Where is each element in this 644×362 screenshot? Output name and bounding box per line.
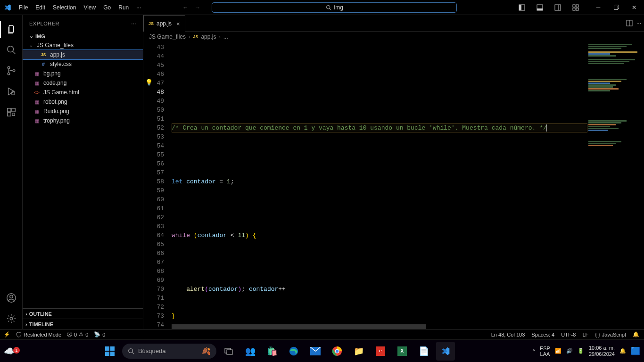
restricted-mode[interactable]: Restricted Mode — [16, 332, 61, 337]
menu-go[interactable]: Go — [99, 1, 115, 14]
file-item-bgpng[interactable]: ▦ bg.png — [23, 69, 143, 78]
svg-point-0 — [326, 5, 330, 9]
menu-edit[interactable]: Edit — [32, 1, 49, 14]
svg-rect-6 — [555, 5, 561, 10]
settings-gear-icon[interactable] — [0, 308, 23, 329]
menu-selection[interactable]: Selection — [49, 1, 80, 14]
maximize-icon[interactable] — [608, 0, 624, 15]
excel-icon[interactable]: X — [393, 342, 412, 361]
battery-icon[interactable]: 🔋 — [578, 348, 584, 354]
menu-run[interactable]: Run — [115, 1, 132, 14]
close-icon[interactable]: ✕ — [626, 0, 642, 15]
clock[interactable]: 10:06 a. m.29/06/2024 — [589, 345, 615, 357]
store-icon[interactable]: 🛍️ — [263, 342, 281, 361]
weather-widget[interactable]: ☁️ 1 — [4, 346, 23, 356]
chevron-right-icon: › — [25, 311, 27, 317]
copilot-icon[interactable]: 🟦 — [631, 346, 640, 355]
run-debug-icon[interactable] — [0, 81, 23, 102]
breadcrumb-file[interactable]: app.js — [201, 33, 216, 40]
folder-label: JS Game_files — [37, 42, 74, 49]
tab-label: app.js — [157, 20, 172, 27]
command-center-search[interactable]: img — [212, 2, 457, 13]
breadcrumb-symbol[interactable]: ... — [223, 33, 228, 40]
horizontal-scrollbar[interactable] — [172, 324, 587, 329]
layout-panel-icon[interactable] — [532, 0, 548, 15]
volume-icon[interactable]: 🔊 — [566, 348, 573, 354]
breadcrumb[interactable]: JS Game_files › JS app.js › ... — [143, 32, 644, 42]
file-item-appjs[interactable]: JS app.js — [23, 50, 143, 59]
svg-rect-21 — [11, 108, 15, 112]
language-mode[interactable]: { }JavaScript — [595, 332, 626, 337]
more-actions-icon[interactable]: ··· — [636, 20, 641, 26]
explorer-icon[interactable] — [0, 19, 23, 40]
problems-status[interactable]: ⓧ0 ⚠0 — [67, 331, 88, 338]
editor-area: JS app.js × ··· JS Game_files › JS app.j… — [143, 15, 644, 329]
explorer-folder-icon[interactable]: 📁 — [349, 342, 368, 361]
code-content[interactable]: /* Crea un contador que comience en 1 y … — [172, 42, 587, 329]
menu-more[interactable]: ··· — [132, 1, 145, 14]
task-view-icon[interactable] — [219, 342, 238, 361]
indentation-status[interactable]: Spaces: 4 — [531, 332, 554, 337]
breadcrumb-folder[interactable]: JS Game_files — [149, 33, 186, 40]
svg-rect-30 — [110, 346, 115, 351]
search-icon[interactable] — [0, 40, 23, 60]
lightbulb-icon[interactable]: 💡 — [145, 79, 153, 86]
file-item-robotpng[interactable]: ▦ robot.png — [23, 97, 143, 107]
nav-arrows: ← → — [182, 4, 200, 11]
nav-back-icon[interactable]: ← — [182, 4, 188, 11]
accounts-icon[interactable] — [0, 288, 23, 308]
wifi-icon[interactable]: 📶 — [555, 348, 561, 354]
nav-forward-icon[interactable]: → — [195, 4, 200, 11]
layout-primary-icon[interactable] — [514, 0, 530, 15]
notifications-icon[interactable]: 🔔 — [633, 331, 639, 337]
mail-icon[interactable] — [306, 342, 325, 361]
file-item-trophypng[interactable]: ▦ trophy.png — [23, 116, 143, 125]
file-item-gamehtml[interactable]: <> JS Game.html — [23, 88, 143, 97]
file-item-codepng[interactable]: ▦ code.png — [23, 78, 143, 88]
minimize-icon[interactable]: ─ — [590, 0, 606, 15]
encoding-status[interactable]: UTF-8 — [561, 332, 576, 337]
chrome-icon[interactable] — [328, 342, 347, 361]
start-button[interactable] — [100, 342, 119, 361]
explorer-more-icon[interactable]: ··· — [131, 21, 136, 26]
explorer-sidebar: EXPLORER ··· ⌄ IMG ⌄ JS Game_files JS ap… — [23, 15, 143, 329]
pdf-icon[interactable]: P — [371, 342, 390, 361]
html-file-icon: <> — [33, 89, 41, 96]
tab-appjs[interactable]: JS app.js × — [143, 15, 185, 32]
folder-item[interactable]: ⌄ JS Game_files — [23, 41, 143, 50]
notepad-icon[interactable]: 📄 — [414, 342, 433, 361]
source-control-icon[interactable] — [0, 60, 23, 81]
taskbar-search[interactable]: Búsqueda 🍂 — [122, 344, 216, 359]
tray-chevron-icon[interactable]: ^ — [533, 348, 535, 354]
edge-icon[interactable] — [284, 342, 303, 361]
menu-file[interactable]: File — [15, 1, 32, 14]
layout-customize-icon[interactable] — [568, 0, 584, 15]
eol-status[interactable]: LF — [582, 332, 588, 337]
teams-icon[interactable]: 👥 — [241, 342, 260, 361]
ports-status[interactable]: 📡0 — [94, 331, 105, 337]
file-label: JS Game.html — [43, 89, 79, 96]
chevron-down-icon: ⌄ — [29, 43, 34, 48]
vscode-taskbar-icon[interactable] — [436, 342, 455, 361]
menu-view[interactable]: View — [80, 1, 99, 14]
extensions-icon[interactable] — [0, 102, 23, 123]
root-folder[interactable]: ⌄ IMG — [23, 32, 143, 41]
split-editor-icon[interactable] — [626, 20, 633, 26]
image-file-icon: ▦ — [33, 70, 41, 77]
outline-section[interactable]: › OUTLINE — [23, 308, 143, 319]
css-file-icon: # — [40, 60, 47, 68]
language-indicator[interactable]: ESPLAA — [540, 346, 550, 357]
code-editor[interactable]: 4344454647 48 49505152535455565758596061… — [143, 42, 644, 329]
image-file-icon: ▦ — [33, 107, 41, 115]
tab-close-icon[interactable]: × — [176, 20, 180, 27]
remote-icon[interactable]: ⚡ — [4, 331, 10, 337]
cursor-position[interactable]: Ln 48, Col 103 — [491, 332, 525, 337]
layout-secondary-icon[interactable] — [550, 0, 566, 15]
file-item-ruidopng[interactable]: ▦ Ruido.png — [23, 107, 143, 116]
minimap[interactable] — [587, 42, 644, 329]
scrollbar-thumb[interactable] — [172, 324, 426, 329]
svg-point-17 — [8, 73, 10, 75]
notification-bell-icon[interactable]: 🔔 — [619, 348, 626, 354]
file-item-stylecss[interactable]: # style.css — [23, 59, 143, 69]
timeline-section[interactable]: › TIMELINE — [23, 319, 143, 329]
